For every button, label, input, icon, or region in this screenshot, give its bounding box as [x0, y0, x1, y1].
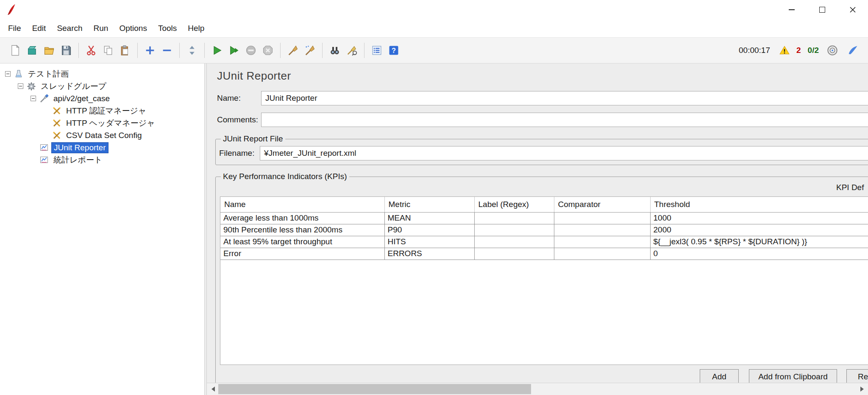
cell-label-regex[interactable]: [474, 224, 554, 236]
cell-name[interactable]: Average less than 1000ms: [220, 212, 384, 224]
start-no-pauses-icon[interactable]: [226, 43, 242, 58]
collapse-handle[interactable]: [15, 83, 25, 89]
cell-comparator[interactable]: [554, 212, 650, 224]
minimize-icon: [789, 9, 795, 10]
col-header-name[interactable]: Name: [220, 197, 384, 212]
menu-options[interactable]: Options: [114, 21, 152, 36]
sampler-icon: [38, 94, 50, 104]
tree-item-thread-group[interactable]: スレッドグループ: [0, 80, 204, 92]
cell-comparator[interactable]: [554, 248, 650, 260]
col-header-threshold[interactable]: Threshold: [650, 197, 868, 212]
cell-threshold[interactable]: 0: [650, 248, 868, 260]
new-file-icon[interactable]: [8, 43, 23, 58]
cell-comparator[interactable]: [554, 224, 650, 236]
add-from-clipboard-button[interactable]: Add from Clipboard: [749, 369, 837, 383]
paste-icon[interactable]: [117, 43, 133, 58]
thread-group-icon: [25, 81, 37, 91]
menu-search[interactable]: Search: [51, 21, 88, 36]
collapse-handle[interactable]: [28, 96, 38, 101]
cell-label-regex[interactable]: [474, 248, 554, 260]
kpi-group: Key Performance Indicators (KPIs) KPI De…: [215, 172, 868, 383]
close-icon: [849, 6, 856, 13]
kpi-row[interactable]: Average less than 1000ms MEAN 1000: [220, 212, 868, 224]
clear-all-icon[interactable]: [302, 43, 317, 58]
filename-value: ¥Jmeter_JUnit_report.xml: [264, 149, 356, 158]
collapse-handle[interactable]: [3, 71, 13, 77]
target-icon[interactable]: [825, 43, 840, 58]
cell-name[interactable]: Error: [220, 248, 384, 260]
horizontal-scrollbar[interactable]: [207, 383, 868, 395]
scroll-left-button[interactable]: [207, 383, 218, 395]
cell-metric[interactable]: P90: [384, 224, 474, 236]
jmeter-feather-icon: [6, 3, 16, 16]
scrollbar-thumb[interactable]: [218, 384, 531, 394]
close-button[interactable]: [837, 0, 868, 19]
menu-help[interactable]: Help: [182, 21, 210, 36]
col-header-label-regex[interactable]: Label (Regex): [474, 197, 554, 212]
add-button[interactable]: Add: [700, 369, 739, 383]
kpi-row[interactable]: At least 95% target throughput HITS ${__…: [220, 236, 868, 248]
comments-input[interactable]: [261, 113, 868, 127]
scroll-left-icon: [209, 387, 215, 392]
templates-icon[interactable]: [25, 43, 40, 58]
shutdown-icon[interactable]: [260, 43, 275, 58]
listener-icon: [38, 143, 50, 153]
help-icon[interactable]: ?: [386, 43, 401, 58]
remove-button[interactable]: Re: [846, 369, 868, 383]
clear-icon[interactable]: [285, 43, 300, 58]
search-reset-icon[interactable]: [344, 43, 359, 58]
menu-file[interactable]: File: [3, 21, 27, 36]
remote-icon[interactable]: [845, 43, 860, 58]
kpi-row[interactable]: 90th Percentile less than 2000ms P90 200…: [220, 224, 868, 236]
cell-threshold[interactable]: 1000: [650, 212, 868, 224]
toggle-icon[interactable]: [184, 43, 200, 58]
cell-label-regex[interactable]: [474, 236, 554, 248]
copy-icon[interactable]: [100, 43, 116, 58]
cell-metric[interactable]: MEAN: [384, 212, 474, 224]
tree-item-label: CSV Data Set Config: [64, 130, 144, 141]
col-header-metric[interactable]: Metric: [384, 197, 474, 212]
cell-name[interactable]: 90th Percentile less than 2000ms: [220, 224, 384, 236]
active-threads-count: 0/2: [808, 46, 819, 55]
search-icon[interactable]: [327, 43, 342, 58]
cell-threshold[interactable]: ${__jexl3( 0.95 * ${RPS} * ${DURATION} )…: [650, 236, 868, 248]
scroll-right-button[interactable]: [857, 383, 868, 395]
open-folder-icon[interactable]: [42, 43, 57, 58]
save-icon[interactable]: [58, 43, 74, 58]
cell-metric[interactable]: HITS: [384, 236, 474, 248]
kpi-table: Name Metric Label (Regex) Comparator Thr…: [220, 197, 868, 260]
toolbar-separator: [137, 43, 138, 58]
expand-all-icon[interactable]: [142, 43, 158, 58]
filename-input[interactable]: ¥Jmeter_JUnit_report.xml: [260, 146, 868, 160]
start-icon[interactable]: [209, 43, 225, 58]
stop-icon[interactable]: [243, 43, 259, 58]
menu-edit[interactable]: Edit: [27, 21, 52, 36]
cell-label-regex[interactable]: [474, 212, 554, 224]
maximize-button[interactable]: [807, 0, 837, 19]
tree-item-auth-manager[interactable]: HTTP 認証マネージャ: [0, 105, 204, 117]
tree-item-statistics-report[interactable]: 統計レポート: [0, 154, 204, 166]
menu-run[interactable]: Run: [88, 21, 114, 36]
config-panel: JUnit Reporter Name: JUnit Reporter Comm…: [207, 64, 868, 383]
cell-comparator[interactable]: [554, 236, 650, 248]
kpi-row[interactable]: Error ERRORS 0: [220, 248, 868, 260]
toolbar-separator: [78, 43, 79, 58]
config-element-icon: [51, 118, 62, 128]
function-helper-icon[interactable]: [369, 43, 384, 58]
warning-icon[interactable]: [777, 43, 792, 58]
cell-threshold[interactable]: 2000: [650, 224, 868, 236]
tree-item-test-plan[interactable]: テスト計画: [0, 68, 204, 80]
col-header-comparator[interactable]: Comparator: [554, 197, 650, 212]
cell-metric[interactable]: ERRORS: [384, 248, 474, 260]
collapse-all-icon[interactable]: [159, 43, 175, 58]
kpi-buttons-row: Add Add from Clipboard Re: [219, 368, 868, 383]
tree-item-sampler[interactable]: api/v2/get_case: [0, 92, 204, 105]
cut-icon[interactable]: [83, 43, 99, 58]
tree-item-header-manager[interactable]: HTTP ヘッダマネージャ: [0, 117, 204, 129]
name-input[interactable]: JUnit Reporter: [261, 91, 868, 105]
tree-item-csv-data-set[interactable]: CSV Data Set Config: [0, 129, 204, 141]
cell-name[interactable]: At least 95% target throughput: [220, 236, 384, 248]
menu-tools[interactable]: Tools: [153, 21, 182, 36]
tree-item-junit-reporter[interactable]: JUnit Reporter: [0, 141, 204, 154]
minimize-button[interactable]: [776, 0, 807, 19]
